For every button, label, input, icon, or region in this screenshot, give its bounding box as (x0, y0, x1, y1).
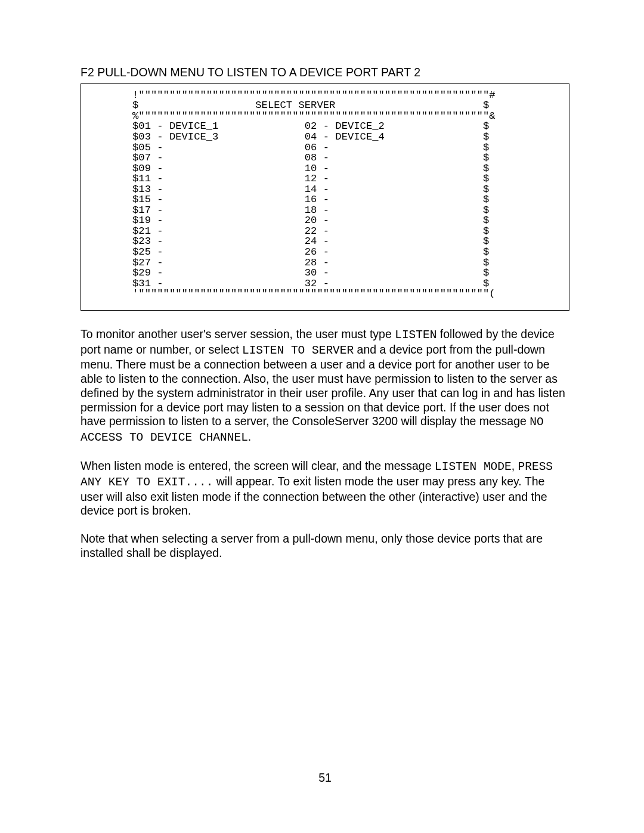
command-listen-to-server: LISTEN TO SERVER (242, 344, 354, 357)
section-heading: F2 PULL-DOWN MENU TO LISTEN TO A DEVICE … (80, 66, 569, 80)
paragraph-3: Note that when selecting a server from a… (80, 532, 569, 561)
terminal-text: !"""""""""""""""""""""""""""""""""""""""… (132, 90, 562, 299)
terminal-select-server-menu: !"""""""""""""""""""""""""""""""""""""""… (80, 83, 569, 311)
paragraph-2: When listen mode is entered, the screen … (80, 459, 569, 518)
paragraph-1-text-a: To monitor another user's server session… (80, 327, 395, 340)
command-listen: LISTEN (395, 329, 436, 342)
paragraph-2-text-b: , (512, 459, 518, 472)
paragraph-1: To monitor another user's server session… (80, 327, 569, 445)
page-number: 51 (80, 574, 569, 785)
message-listen-mode: LISTEN MODE (435, 460, 512, 473)
paragraph-2-text-a: When listen mode is entered, the screen … (80, 459, 435, 472)
paragraph-1-text-d: . (248, 430, 251, 443)
